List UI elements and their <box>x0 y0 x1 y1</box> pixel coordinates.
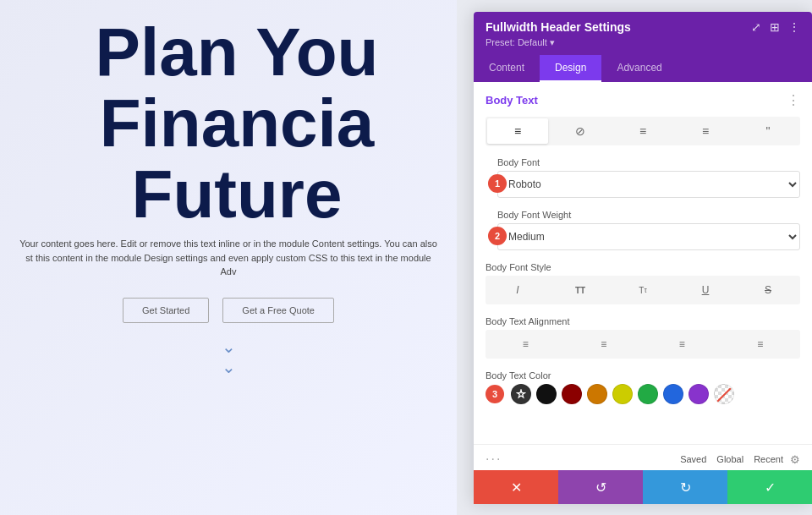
color-green[interactable] <box>638 384 658 404</box>
preview-panel: Plan You Financia Future Your content go… <box>0 0 457 515</box>
saved-tab[interactable]: Saved <box>680 454 706 464</box>
global-tab[interactable]: Global <box>716 454 743 464</box>
align-label: Body Text Alignment <box>486 316 800 326</box>
panel-body: Body Text ⋮ ≡ ⊘ ≡ ≡ " 1 Body Font Roboto… <box>474 82 812 444</box>
font-select[interactable]: Roboto <box>497 171 800 198</box>
weight-label: Body Font Weight <box>497 210 800 220</box>
align-none-btn[interactable]: ⊘ <box>550 118 611 144</box>
hero-title: Plan You Financia Future <box>0 0 457 230</box>
panel-header-icons: ⤢ ⊞ ⋮ <box>751 20 800 34</box>
step-1-badge: 1 <box>488 174 507 193</box>
weight-field-row: 2 Body Font Weight Medium <box>497 210 800 262</box>
align-center-btn[interactable]: ≡ <box>487 118 548 144</box>
undo-button[interactable]: ↺ <box>558 470 643 504</box>
settings-panel: Fullwidth Header Settings ⤢ ⊞ ⋮ Preset: … <box>474 12 812 504</box>
style-smallcaps-btn[interactable]: Tτ <box>612 277 673 303</box>
get-started-button[interactable]: Get Started <box>123 298 209 323</box>
cancel-button[interactable]: ✕ <box>474 470 558 504</box>
panel-header: Fullwidth Header Settings ⤢ ⊞ ⋮ Preset: … <box>474 12 812 55</box>
section-more-button[interactable]: ⋮ <box>787 92 800 108</box>
hero-buttons: Get Started Get a Free Quote <box>0 298 457 323</box>
panel-tabs: Content Design Advanced <box>474 55 812 82</box>
color-yellow[interactable] <box>612 384 633 404</box>
tab-content[interactable]: Content <box>474 55 540 82</box>
color-swatches: 3 <box>486 384 800 404</box>
section-title: Body Text <box>486 94 538 107</box>
style-italic-btn[interactable]: I <box>487 277 548 303</box>
text-align-right-btn[interactable]: ≡ <box>644 331 721 357</box>
align-list-btn[interactable]: ≡ <box>612 118 673 144</box>
tab-design[interactable]: Design <box>540 55 601 82</box>
color-transparent[interactable] <box>714 384 734 404</box>
weight-select[interactable]: Medium <box>497 223 800 250</box>
save-button[interactable]: ✓ <box>727 470 812 504</box>
color-black[interactable] <box>536 384 557 404</box>
get-quote-button[interactable]: Get a Free Quote <box>222 298 334 323</box>
step-3-badge: 3 <box>486 385 504 403</box>
scroll-down-icon: ⌄⌄ <box>0 337 457 377</box>
font-style-row: I TT Tτ U S <box>486 276 800 304</box>
dots-row: ··· Saved Global Recent ⚙ <box>474 444 812 470</box>
hero-subtitle: Your content goes here. Edit or remove t… <box>0 230 457 286</box>
font-label: Body Font <box>497 157 800 167</box>
style-label: Body Font Style <box>486 262 800 272</box>
redo-button[interactable]: ↻ <box>643 470 727 504</box>
color-purple[interactable] <box>689 384 709 404</box>
more-options-button[interactable]: ··· <box>486 452 502 467</box>
text-align-left-btn[interactable]: ≡ <box>487 331 564 357</box>
color-orange[interactable] <box>587 384 607 404</box>
color-darkred[interactable] <box>562 384 582 404</box>
text-align-row: ≡ ≡ ≡ ≡ <box>486 330 800 359</box>
align-list2-btn[interactable]: ≡ <box>675 118 736 144</box>
text-align-center-btn[interactable]: ≡ <box>566 331 643 357</box>
text-align-justify-btn[interactable]: ≡ <box>722 331 799 357</box>
align-quote-btn[interactable]: " <box>738 118 798 144</box>
color-label: Body Text Color <box>486 370 800 381</box>
recent-tab[interactable]: Recent <box>754 454 783 464</box>
body-align-row: ≡ ⊘ ≡ ≡ " <box>486 117 800 145</box>
expand-icon[interactable]: ⤢ <box>751 20 761 34</box>
panel-header-top: Fullwidth Header Settings ⤢ ⊞ ⋮ <box>486 20 800 34</box>
section-header: Body Text ⋮ <box>486 92 800 108</box>
color-picker-button[interactable] <box>511 384 531 404</box>
font-field-row: 1 Body Font Roboto <box>497 157 800 210</box>
panel-title: Fullwidth Header Settings <box>486 20 631 34</box>
tab-advanced[interactable]: Advanced <box>601 55 677 82</box>
style-strikethrough-btn[interactable]: S <box>738 277 798 303</box>
step-2-badge: 2 <box>488 227 507 245</box>
action-bar: ✕ ↺ ↻ ✓ <box>474 470 812 504</box>
more-icon[interactable]: ⋮ <box>788 20 800 34</box>
color-settings-icon[interactable]: ⚙ <box>790 453 800 466</box>
color-blue[interactable] <box>663 384 683 404</box>
style-caps-btn[interactable]: TT <box>550 277 611 303</box>
panel-preset[interactable]: Preset: Default ▾ <box>486 37 800 48</box>
columns-icon[interactable]: ⊞ <box>770 20 780 34</box>
style-underline-btn[interactable]: U <box>675 277 736 303</box>
